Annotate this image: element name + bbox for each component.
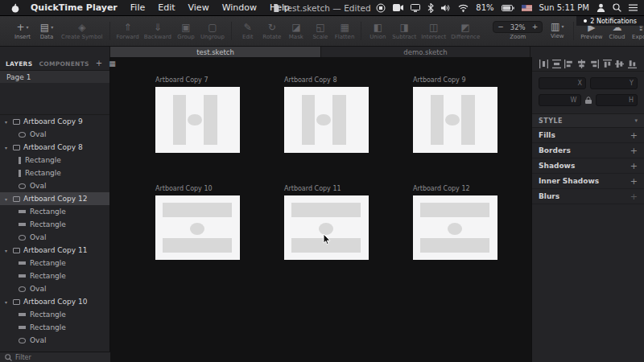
lock-aspect-icon[interactable] (585, 97, 592, 104)
rectangle-shape[interactable] (204, 95, 217, 145)
mask-button[interactable]: ◪ Mask (284, 22, 308, 40)
rectangle-shape[interactable] (302, 95, 315, 145)
layer-row-rectangle[interactable]: Rectangle (0, 205, 109, 218)
data-button[interactable]: ▤▾ Data (35, 22, 59, 40)
layer-row-oval[interactable]: Oval (0, 231, 109, 244)
rectangle-shape[interactable] (332, 95, 346, 145)
rectangle-shape[interactable] (431, 95, 444, 145)
artboard-copy-7[interactable] (155, 87, 240, 153)
layer-row-oval[interactable]: Oval (0, 282, 109, 295)
intersect-button[interactable]: ◫ Intersect (419, 22, 448, 40)
wifi-icon[interactable] (458, 4, 469, 12)
group-button[interactable]: ▣ Group (174, 22, 198, 40)
add-shadow-button[interactable]: + (630, 162, 638, 171)
oval-shape[interactable] (316, 114, 331, 126)
add-fill-button[interactable]: + (630, 131, 638, 140)
menu-edit[interactable]: Edit (151, 2, 181, 13)
rectangle-shape[interactable] (420, 203, 489, 217)
align-middle-icon[interactable] (615, 60, 624, 68)
flatten-button[interactable]: ▦ Flatten (332, 22, 357, 40)
layer-row-rectangle[interactable]: Rectangle (0, 321, 109, 334)
oval-shape[interactable] (448, 223, 462, 235)
disclosure-triangle-icon[interactable]: ▾ (5, 248, 12, 253)
add-border-button[interactable]: + (630, 146, 638, 155)
insert-button[interactable]: +▾ Insert (10, 22, 35, 40)
grid-view-icon[interactable]: ▦ (109, 60, 116, 68)
layer-row-oval[interactable]: Oval (0, 334, 109, 347)
zoom-in-button[interactable]: + (528, 22, 543, 32)
app-menu[interactable]: QuickTime Player (24, 2, 124, 13)
align-left-icon[interactable] (564, 60, 573, 68)
oval-shape[interactable] (190, 223, 204, 235)
disclosure-triangle-icon[interactable]: ▾ (5, 119, 12, 125)
volume-icon[interactable] (441, 4, 451, 12)
layer-row-artboard-copy-8[interactable]: ▾ Artboard Copy 8 (0, 141, 109, 154)
create-symbol-button[interactable]: ◈ Create Symbol (59, 22, 105, 40)
tab-layers[interactable]: LAYERS (6, 60, 32, 68)
tab-test-sketch[interactable]: test.sketch (110, 47, 321, 57)
disclosure-triangle-icon[interactable]: ▾ (5, 145, 12, 150)
backward-button[interactable]: ⇓ Backward (142, 22, 174, 40)
layer-row-rectangle[interactable]: Rectangle (0, 154, 109, 167)
layer-row-artboard-copy-9[interactable]: ▾ Artboard Copy 9 (0, 115, 109, 128)
distribute-vertically-icon[interactable] (552, 60, 561, 68)
page-item[interactable]: Page 1 (0, 71, 109, 83)
view-button[interactable]: ▥▾ View (545, 21, 569, 39)
layer-row-artboard-copy-11[interactable]: ▾ Artboard Copy 11 (0, 244, 109, 257)
canvas[interactable]: Artboard Copy 7 Artboard Copy 8 Artboard… (110, 57, 531, 362)
layer-row-artboard-copy-10[interactable]: ▾ Artboard Copy 10 (0, 295, 109, 308)
layer-row-rectangle[interactable]: Rectangle (0, 167, 109, 179)
artboard-copy-12[interactable] (413, 195, 497, 260)
rectangle-shape[interactable] (291, 203, 361, 217)
menu-bar-clock[interactable]: Sun 5:11 PM (539, 3, 590, 12)
rectangle-shape[interactable] (163, 203, 232, 217)
artboard-title[interactable]: Artboard Copy 7 (155, 76, 208, 84)
difference-button[interactable]: ◩ Difference (448, 22, 482, 40)
rectangle-shape[interactable] (173, 95, 186, 145)
oval-shape[interactable] (188, 114, 202, 126)
layer-row-rectangle[interactable]: Rectangle (0, 308, 109, 321)
layer-row-oval[interactable]: Oval (0, 128, 109, 141)
filter-bar[interactable]: Filter (0, 352, 110, 362)
union-button[interactable]: ◧ Union (365, 22, 390, 40)
oval-shape[interactable] (445, 114, 460, 126)
layer-row-artboard-copy-12[interactable]: ▾ Artboard Copy 12 (0, 192, 109, 205)
tab-demo-sketch[interactable]: demo.sketch (321, 47, 530, 57)
scale-button[interactable]: ◱ Scale (308, 22, 332, 40)
artboard-title[interactable]: Artboard Copy 8 (284, 76, 336, 84)
disclosure-triangle-icon[interactable]: ▾ (5, 299, 12, 305)
style-section-header[interactable]: STYLE ▾ (532, 114, 644, 128)
rectangle-shape[interactable] (163, 238, 232, 253)
artboard-title[interactable]: Artboard Copy 11 (284, 185, 341, 192)
align-right-icon[interactable] (590, 60, 599, 68)
layer-row-oval[interactable]: Oval (0, 179, 109, 192)
artboard-copy-11[interactable] (284, 195, 369, 260)
forward-button[interactable]: ⇑ Forward (114, 22, 142, 40)
layer-row-rectangle[interactable]: Rectangle (0, 269, 109, 282)
apple-menu[interactable] (6, 3, 24, 13)
artboard-copy-9[interactable] (413, 87, 497, 153)
y-field[interactable]: Y (590, 77, 638, 89)
align-top-icon[interactable] (603, 60, 612, 68)
tab-components[interactable]: COMPONENTS (39, 60, 89, 68)
artboard-title[interactable]: Artboard Copy 10 (155, 185, 213, 192)
distribute-horizontally-icon[interactable] (539, 60, 548, 68)
edit-button[interactable]: ✎ Edit (236, 22, 260, 40)
notification-badge[interactable]: 2 Notifications (576, 16, 644, 26)
camera-icon[interactable] (393, 4, 403, 11)
layer-row-rectangle[interactable]: Rectangle (0, 257, 109, 269)
rectangle-shape[interactable] (461, 95, 475, 145)
artboard-copy-10[interactable] (155, 195, 240, 260)
menu-view[interactable]: View (182, 2, 216, 13)
menu-file[interactable]: File (124, 2, 151, 13)
rectangle-shape[interactable] (420, 238, 489, 253)
subtract-button[interactable]: ◨ Subtract (390, 22, 419, 40)
x-field[interactable]: X (539, 77, 586, 89)
bluetooth-icon[interactable] (427, 3, 434, 13)
rotate-button[interactable]: ↻ Rotate (260, 22, 284, 40)
artboard-title[interactable]: Artboard Copy 12 (413, 185, 470, 192)
align-bottom-icon[interactable] (628, 60, 637, 68)
width-field[interactable]: W (539, 94, 581, 106)
artboard-copy-8[interactable] (284, 87, 369, 153)
chevron-down-icon[interactable]: ▾ (634, 117, 638, 124)
